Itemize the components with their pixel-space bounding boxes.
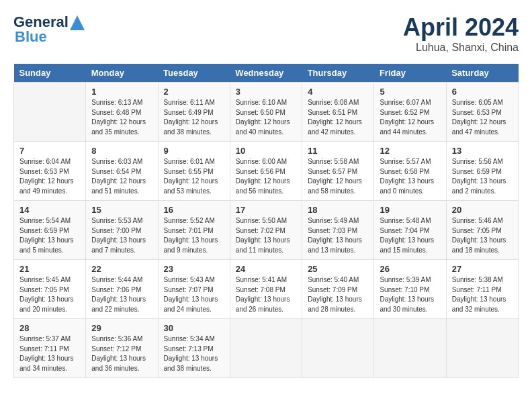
col-header-sunday: Sunday: [14, 64, 86, 83]
calendar-cell: 7Sunrise: 6:04 AMSunset: 6:53 PMDaylight…: [14, 142, 86, 201]
day-number: 24: [236, 264, 296, 274]
day-number: 11: [308, 146, 368, 156]
calendar-cell: 8Sunrise: 6:03 AMSunset: 6:54 PMDaylight…: [86, 142, 158, 201]
day-number: 23: [164, 264, 224, 274]
calendar-cell: 5Sunrise: 6:07 AMSunset: 6:52 PMDaylight…: [374, 83, 446, 142]
calendar-cell: 27Sunrise: 5:38 AMSunset: 7:11 PMDayligh…: [446, 260, 518, 319]
day-info: Sunrise: 5:49 AMSunset: 7:03 PMDaylight:…: [308, 216, 368, 255]
day-info: Sunrise: 5:46 AMSunset: 7:05 PMDaylight:…: [452, 216, 513, 255]
calendar-cell: 10Sunrise: 6:00 AMSunset: 6:56 PMDayligh…: [230, 142, 302, 201]
day-number: 30: [164, 323, 224, 333]
day-info: Sunrise: 5:36 AMSunset: 7:12 PMDaylight:…: [91, 334, 152, 373]
day-number: 27: [452, 264, 513, 274]
day-number: 2: [164, 87, 224, 97]
calendar-cell: 6Sunrise: 6:05 AMSunset: 6:53 PMDaylight…: [446, 83, 518, 142]
day-number: 25: [308, 264, 368, 274]
calendar-cell: [230, 319, 302, 378]
day-number: 22: [91, 264, 152, 274]
day-info: Sunrise: 5:52 AMSunset: 7:01 PMDaylight:…: [164, 216, 224, 255]
day-number: 8: [91, 146, 152, 156]
month-year: April 2024: [403, 13, 519, 42]
day-number: 28: [19, 323, 80, 333]
calendar-cell: 11Sunrise: 5:58 AMSunset: 6:57 PMDayligh…: [302, 142, 374, 201]
calendar-cell: 12Sunrise: 5:57 AMSunset: 6:58 PMDayligh…: [374, 142, 446, 201]
day-number: 7: [19, 146, 80, 156]
day-info: Sunrise: 5:58 AMSunset: 6:57 PMDaylight:…: [308, 157, 368, 196]
calendar-cell: 14Sunrise: 5:54 AMSunset: 6:59 PMDayligh…: [14, 201, 86, 260]
svg-marker-0: [70, 15, 85, 30]
calendar-cell: [374, 319, 446, 378]
day-info: Sunrise: 6:01 AMSunset: 6:55 PMDaylight:…: [164, 157, 224, 196]
day-number: 14: [19, 205, 80, 215]
col-header-friday: Friday: [374, 64, 446, 83]
calendar-cell: 2Sunrise: 6:11 AMSunset: 6:49 PMDaylight…: [158, 83, 230, 142]
calendar-cell: [302, 319, 374, 378]
day-number: 5: [380, 87, 440, 97]
calendar-table: SundayMondayTuesdayWednesdayThursdayFrid…: [13, 64, 519, 378]
day-number: 15: [91, 205, 152, 215]
day-info: Sunrise: 6:11 AMSunset: 6:49 PMDaylight:…: [164, 98, 224, 137]
day-info: Sunrise: 6:04 AMSunset: 6:53 PMDaylight:…: [19, 157, 80, 196]
day-number: 3: [236, 87, 296, 97]
calendar-cell: 21Sunrise: 5:45 AMSunset: 7:05 PMDayligh…: [14, 260, 86, 319]
calendar-week-4: 21Sunrise: 5:45 AMSunset: 7:05 PMDayligh…: [14, 260, 519, 319]
day-info: Sunrise: 5:43 AMSunset: 7:07 PMDaylight:…: [164, 275, 224, 314]
day-info: Sunrise: 6:05 AMSunset: 6:53 PMDaylight:…: [452, 98, 513, 137]
calendar-cell: 9Sunrise: 6:01 AMSunset: 6:55 PMDaylight…: [158, 142, 230, 201]
calendar-week-1: 1Sunrise: 6:13 AMSunset: 6:48 PMDaylight…: [14, 83, 519, 142]
calendar-cell: 3Sunrise: 6:10 AMSunset: 6:50 PMDaylight…: [230, 83, 302, 142]
day-number: 19: [380, 205, 440, 215]
calendar-cell: 25Sunrise: 5:40 AMSunset: 7:09 PMDayligh…: [302, 260, 374, 319]
calendar-cell: 17Sunrise: 5:50 AMSunset: 7:02 PMDayligh…: [230, 201, 302, 260]
calendar-cell: 22Sunrise: 5:44 AMSunset: 7:06 PMDayligh…: [86, 260, 158, 319]
day-info: Sunrise: 5:54 AMSunset: 6:59 PMDaylight:…: [19, 216, 80, 255]
day-info: Sunrise: 5:44 AMSunset: 7:06 PMDaylight:…: [91, 275, 152, 314]
day-number: 1: [91, 87, 152, 97]
calendar-cell: 1Sunrise: 6:13 AMSunset: 6:48 PMDaylight…: [86, 83, 158, 142]
day-number: 20: [452, 205, 513, 215]
day-info: Sunrise: 5:57 AMSunset: 6:58 PMDaylight:…: [380, 157, 440, 196]
day-info: Sunrise: 5:48 AMSunset: 7:04 PMDaylight:…: [380, 216, 440, 255]
calendar-week-2: 7Sunrise: 6:04 AMSunset: 6:53 PMDaylight…: [14, 142, 519, 201]
day-info: Sunrise: 5:45 AMSunset: 7:05 PMDaylight:…: [19, 275, 80, 314]
logo: General Blue: [13, 13, 85, 46]
day-info: Sunrise: 6:13 AMSunset: 6:48 PMDaylight:…: [91, 98, 152, 137]
calendar-cell: 30Sunrise: 5:34 AMSunset: 7:13 PMDayligh…: [158, 319, 230, 378]
day-number: 10: [236, 146, 296, 156]
col-header-saturday: Saturday: [446, 64, 518, 83]
calendar-cell: [14, 83, 86, 142]
day-number: 4: [308, 87, 368, 97]
calendar-body: 1Sunrise: 6:13 AMSunset: 6:48 PMDaylight…: [14, 83, 519, 378]
day-number: 26: [380, 264, 440, 274]
day-info: Sunrise: 6:08 AMSunset: 6:51 PMDaylight:…: [308, 98, 368, 137]
calendar-week-5: 28Sunrise: 5:37 AMSunset: 7:11 PMDayligh…: [14, 319, 519, 378]
location: Luhua, Shanxi, China: [403, 42, 519, 54]
calendar-cell: 29Sunrise: 5:36 AMSunset: 7:12 PMDayligh…: [86, 319, 158, 378]
day-info: Sunrise: 5:38 AMSunset: 7:11 PMDaylight:…: [452, 275, 513, 314]
calendar-cell: 13Sunrise: 5:56 AMSunset: 6:59 PMDayligh…: [446, 142, 518, 201]
logo-arrow-icon: [70, 15, 85, 30]
day-info: Sunrise: 6:07 AMSunset: 6:52 PMDaylight:…: [380, 98, 440, 137]
calendar-cell: 16Sunrise: 5:52 AMSunset: 7:01 PMDayligh…: [158, 201, 230, 260]
day-info: Sunrise: 5:34 AMSunset: 7:13 PMDaylight:…: [164, 334, 224, 373]
day-info: Sunrise: 5:37 AMSunset: 7:11 PMDaylight:…: [19, 334, 80, 373]
calendar-cell: 28Sunrise: 5:37 AMSunset: 7:11 PMDayligh…: [14, 319, 86, 378]
calendar-cell: 24Sunrise: 5:41 AMSunset: 7:08 PMDayligh…: [230, 260, 302, 319]
day-number: 13: [452, 146, 513, 156]
day-info: Sunrise: 6:03 AMSunset: 6:54 PMDaylight:…: [91, 157, 152, 196]
col-header-tuesday: Tuesday: [158, 64, 230, 83]
col-header-thursday: Thursday: [302, 64, 374, 83]
logo-blue: Blue: [15, 28, 47, 46]
day-number: 21: [19, 264, 80, 274]
calendar-cell: 15Sunrise: 5:53 AMSunset: 7:00 PMDayligh…: [86, 201, 158, 260]
day-number: 18: [308, 205, 368, 215]
day-info: Sunrise: 5:41 AMSunset: 7:08 PMDaylight:…: [236, 275, 296, 314]
day-number: 16: [164, 205, 224, 215]
day-info: Sunrise: 5:40 AMSunset: 7:09 PMDaylight:…: [308, 275, 368, 314]
day-info: Sunrise: 5:50 AMSunset: 7:02 PMDaylight:…: [236, 216, 296, 255]
day-number: 17: [236, 205, 296, 215]
day-number: 6: [452, 87, 513, 97]
day-number: 12: [380, 146, 440, 156]
calendar-cell: 19Sunrise: 5:48 AMSunset: 7:04 PMDayligh…: [374, 201, 446, 260]
col-header-wednesday: Wednesday: [230, 64, 302, 83]
